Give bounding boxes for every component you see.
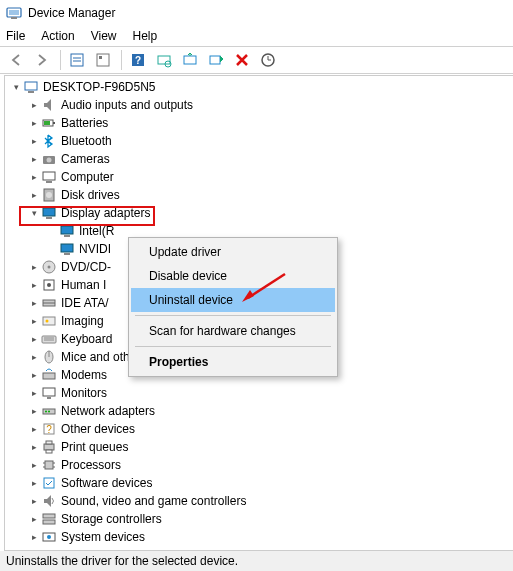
expand-arrow-icon[interactable]: ▸ — [27, 260, 41, 274]
legacy-button[interactable] — [256, 49, 280, 71]
menu-view[interactable]: View — [91, 29, 117, 43]
svg-rect-38 — [43, 317, 55, 325]
menu-file[interactable]: File — [6, 29, 25, 43]
tree-item-label: Imaging — [61, 314, 104, 328]
tree-item-16[interactable]: ▸?Other devices — [5, 420, 513, 438]
tree-item-20[interactable]: ▸Sound, video and game controllers — [5, 492, 513, 510]
context-menu-separator — [135, 346, 331, 347]
svg-point-21 — [47, 158, 52, 163]
help-button[interactable]: ? — [126, 49, 150, 71]
status-text: Uninstalls the driver for the selected d… — [6, 554, 238, 568]
expand-arrow-icon[interactable]: ▸ — [27, 512, 41, 526]
properties-button[interactable] — [91, 49, 115, 71]
context-menu[interactable]: Update driverDisable deviceUninstall dev… — [128, 237, 338, 377]
menu-action[interactable]: Action — [41, 29, 74, 43]
svg-text:?: ? — [135, 55, 141, 66]
app-icon — [6, 5, 22, 21]
scan-button[interactable] — [152, 49, 176, 71]
tree-item-label: Disk drives — [61, 188, 120, 202]
svg-rect-53 — [44, 444, 54, 450]
context-menu-item-4[interactable]: Scan for hardware changes — [131, 319, 335, 343]
show-hidden-button[interactable] — [65, 49, 89, 71]
context-menu-item-1[interactable]: Disable device — [131, 264, 335, 288]
forward-button[interactable] — [30, 49, 54, 71]
update-button[interactable] — [178, 49, 202, 71]
expand-arrow-icon[interactable]: ▸ — [27, 386, 41, 400]
tree-root[interactable]: ▾DESKTOP-F96D5N5 — [5, 78, 513, 96]
svg-point-25 — [46, 192, 52, 198]
svg-rect-61 — [44, 478, 54, 488]
enable-button[interactable] — [204, 49, 228, 71]
svg-rect-29 — [64, 235, 70, 237]
tree-item-6[interactable]: ▾Display adapters — [5, 204, 513, 222]
display-icon — [41, 205, 57, 221]
tree-item-5[interactable]: ▸Disk drives — [5, 186, 513, 204]
svg-rect-7 — [99, 56, 102, 59]
tree-item-2[interactable]: ▸Bluetooth — [5, 132, 513, 150]
context-menu-item-0[interactable]: Update driver — [131, 240, 335, 264]
tree-item-18[interactable]: ▸Processors — [5, 456, 513, 474]
expand-arrow-icon[interactable]: ▸ — [27, 332, 41, 346]
expand-arrow-icon[interactable]: ▸ — [27, 440, 41, 454]
collapse-arrow-icon[interactable]: ▾ — [9, 80, 23, 94]
keyboard-icon — [41, 331, 57, 347]
tree-item-19[interactable]: ▸Software devices — [5, 474, 513, 492]
tree-item-label: NVIDI — [79, 242, 111, 256]
back-button[interactable] — [4, 49, 28, 71]
svg-rect-31 — [64, 253, 70, 255]
svg-rect-13 — [210, 56, 220, 64]
tree-item-21[interactable]: ▸Storage controllers — [5, 510, 513, 528]
context-menu-item-2[interactable]: Uninstall device — [131, 288, 335, 312]
tree-item-0[interactable]: ▸Audio inputs and outputs — [5, 96, 513, 114]
tree-item-label: Display adapters — [61, 206, 150, 220]
expand-arrow-icon[interactable]: ▸ — [27, 458, 41, 472]
expand-arrow-icon[interactable]: ▸ — [27, 278, 41, 292]
svg-rect-28 — [61, 226, 73, 234]
expand-arrow-icon[interactable]: ▸ — [27, 188, 41, 202]
svg-rect-55 — [46, 450, 52, 453]
tree-item-17[interactable]: ▸Print queues — [5, 438, 513, 456]
collapse-arrow-icon[interactable]: ▾ — [27, 206, 41, 220]
menu-help[interactable]: Help — [133, 29, 158, 43]
tree-item-1[interactable]: ▸Batteries — [5, 114, 513, 132]
expand-arrow-icon[interactable]: ▸ — [27, 152, 41, 166]
display-icon — [59, 241, 75, 257]
tree-item-4[interactable]: ▸Computer — [5, 168, 513, 186]
cpu-icon — [41, 457, 57, 473]
context-menu-item-6[interactable]: Properties — [131, 350, 335, 374]
audio-icon — [41, 97, 57, 113]
tree-item-label: Cameras — [61, 152, 110, 166]
svg-rect-30 — [61, 244, 73, 252]
expand-arrow-icon[interactable]: ▸ — [27, 116, 41, 130]
expand-arrow-icon[interactable]: ▸ — [27, 98, 41, 112]
expand-arrow-icon[interactable]: ▸ — [27, 314, 41, 328]
svg-rect-3 — [71, 54, 83, 66]
expand-arrow-icon[interactable]: ▸ — [27, 170, 41, 184]
uninstall-button[interactable] — [230, 49, 254, 71]
expand-arrow-icon[interactable]: ▸ — [27, 350, 41, 364]
expand-arrow-icon[interactable]: ▸ — [27, 476, 41, 490]
tree-item-22[interactable]: ▸System devices — [5, 528, 513, 546]
mouse-icon — [41, 349, 57, 365]
tree-item-label: IDE ATA/ — [61, 296, 109, 310]
svg-rect-15 — [25, 82, 37, 90]
tree-item-3[interactable]: ▸Cameras — [5, 150, 513, 168]
expand-arrow-icon[interactable]: ▸ — [27, 404, 41, 418]
svg-text:?: ? — [46, 424, 52, 435]
expand-arrow-icon[interactable]: ▸ — [27, 296, 41, 310]
expand-arrow-icon[interactable]: ▸ — [27, 422, 41, 436]
svg-point-35 — [47, 283, 51, 287]
tree-item-15[interactable]: ▸Network adapters — [5, 402, 513, 420]
tree-item-label: Software devices — [61, 476, 152, 490]
svg-point-39 — [46, 320, 49, 323]
tree-item-label: Audio inputs and outputs — [61, 98, 193, 112]
svg-rect-1 — [9, 10, 19, 15]
expand-arrow-icon[interactable]: ▸ — [27, 368, 41, 382]
svg-rect-56 — [45, 461, 53, 469]
tree-item-14[interactable]: ▸Monitors — [5, 384, 513, 402]
expand-arrow-icon[interactable]: ▸ — [27, 134, 41, 148]
expand-arrow-icon[interactable]: ▸ — [27, 494, 41, 508]
sound-icon — [41, 493, 57, 509]
toolbar: ? — [0, 46, 513, 74]
expand-arrow-icon[interactable]: ▸ — [27, 530, 41, 544]
